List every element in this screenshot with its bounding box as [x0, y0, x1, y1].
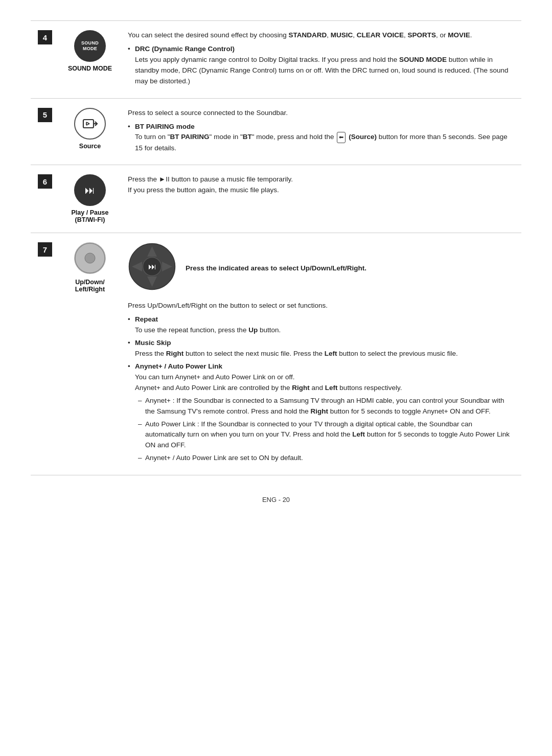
dpad-svg: ⏭ [128, 242, 176, 291]
updown-icon-cell: Up/Down/ Left/Right [59, 233, 121, 475]
dpad-diagram: ⏭ [128, 242, 176, 294]
anynet-sub-list: Anynet+ : If the Soundbar is connected t… [135, 396, 514, 464]
table-row: 5 Source Press to select a [31, 98, 521, 165]
sound-mode-label: SOUND MODE [66, 65, 113, 72]
source-bullets: BT PAIRING mode To turn on "BT PAIRING" … [128, 122, 514, 154]
sound-mode-icon-cell: SOUND MODE SOUND MODE [59, 21, 121, 99]
source-svg-icon [82, 116, 98, 132]
sub-anynet-2: Auto Power Link : If the Soundbar is con… [135, 419, 514, 451]
playpause-label: Play / Pause (BT/Wi-Fi) [66, 209, 113, 223]
sub-anynet-1: Anynet+ : If the Soundbar is connected t… [135, 396, 514, 417]
sound-mode-bullets: DRC (Dynamic Range Control) Lets you app… [128, 44, 514, 87]
sub-anynet-3: Anynet+ / Auto Power Link are set to ON … [135, 453, 514, 464]
bullet-drc: DRC (Dynamic Range Control) Lets you app… [128, 44, 514, 87]
row-number-5: 5 [31, 98, 59, 165]
updown-bullets: Repeat To use the repeat function, press… [128, 314, 514, 464]
row7-top-section: ⏭ Press the indicated areas to select Up… [128, 242, 514, 294]
svg-point-6 [85, 253, 95, 263]
bullet-anynet: Anynet+ / Auto Power Link You can turn A… [128, 361, 514, 464]
sound-mode-description: You can select the desired sound effect … [121, 21, 521, 99]
bullet-music-skip: Music Skip Press the Right button to sel… [128, 338, 514, 359]
playpause-description: Press the ►II button to pause a music fi… [121, 165, 521, 233]
playpause-button-icon: ⏭ [74, 174, 106, 206]
svg-text:⏭: ⏭ [148, 262, 156, 271]
table-row: 7 Up/Down/ Left/Right [31, 233, 521, 475]
bullet-bt-pairing: BT PAIRING mode To turn on "BT PAIRING" … [128, 122, 514, 154]
dpad-caption: Press the indicated areas to select Up/D… [186, 263, 366, 274]
row-number-4: 4 [31, 21, 59, 99]
main-table: 4 SOUND MODE SOUND MODE You can select t… [31, 20, 521, 475]
table-row: 6 ⏭ Play / Pause (BT/Wi-Fi) Press the ►I… [31, 165, 521, 233]
updown-svg-icon [74, 242, 106, 274]
bullet-repeat: Repeat To use the repeat function, press… [128, 314, 514, 336]
row-number-7: 7 [31, 233, 59, 475]
page-number: ENG - 20 [31, 496, 521, 503]
playpause-icon-cell: ⏭ Play / Pause (BT/Wi-Fi) [59, 165, 121, 233]
updown-description: ⏭ Press the indicated areas to select Up… [121, 233, 521, 475]
table-row: 4 SOUND MODE SOUND MODE You can select t… [31, 21, 521, 99]
updown-button-icon [74, 242, 106, 274]
row-number-6: 6 [31, 165, 59, 233]
sound-mode-button-icon: SOUND MODE [74, 30, 106, 62]
page: 4 SOUND MODE SOUND MODE You can select t… [0, 0, 552, 756]
source-icon-cell: Source [59, 98, 121, 165]
source-button-icon [74, 108, 106, 140]
source-icon-inline: ⬅ [337, 132, 346, 143]
source-description: Press to select a source connected to th… [121, 98, 521, 165]
updown-label: Up/Down/ Left/Right [66, 279, 113, 293]
source-label: Source [66, 143, 113, 150]
playpause-symbol: ⏭ [85, 185, 95, 196]
